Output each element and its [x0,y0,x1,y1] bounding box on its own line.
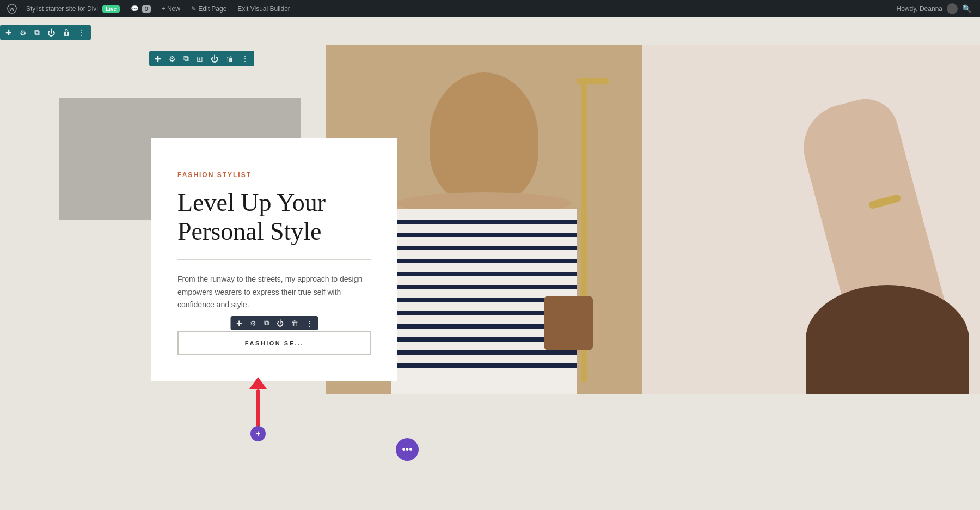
search-icon[interactable]: 🔍 [962,4,971,13]
section-delete-icon[interactable]: 🗑 [226,54,234,63]
add-module-plus[interactable]: + [250,426,266,441]
page-canvas: ✚ ⚙ ⧉ ⏻ 🗑 ⋮ ✚ ⚙ ⧉ ⊞ ⏻ 🗑 ⋮ [0,17,980,510]
site-name-item[interactable]: Stylist starter site for Divi Live [22,0,124,17]
stripe-2 [391,233,577,237]
avatar[interactable] [947,3,958,14]
hero-body: From the runway to the streets, my appro… [177,273,371,312]
module-add-icon[interactable]: ✚ [236,319,242,327]
module-duplicate-icon[interactable]: ⧉ [264,319,269,327]
exit-builder-item[interactable]: Exit Visual Builder [233,0,295,17]
wp-logo-icon[interactable]: W [4,0,20,17]
row-delete-icon[interactable]: 🗑 [63,28,70,37]
comment-icon: 💬 [131,5,139,13]
more-options-button[interactable]: ••• [396,438,419,461]
stripe-12 [391,363,577,368]
stripe-6 [391,285,577,289]
module-settings-icon[interactable]: ⚙ [250,319,256,327]
hero-card: FASHION STYLIST Level Up Your Personal S… [151,138,397,381]
row-settings-icon[interactable]: ⚙ [20,28,27,37]
row-power-icon[interactable]: ⏻ [47,28,55,37]
module-more-icon[interactable]: ⋮ [306,319,313,327]
hair-shape [806,285,969,394]
row-more-icon[interactable]: ⋮ [78,28,85,37]
edit-page-label: ✎ Edit Page [191,5,226,13]
new-label: + New [162,5,180,13]
section-more-icon[interactable]: ⋮ [241,54,249,63]
row-toolbar-main: ✚ ⚙ ⧉ ⏻ 🗑 ⋮ [0,25,91,40]
exit-builder-label: Exit Visual Builder [237,5,290,13]
stripe-4 [391,259,577,263]
bag-shape [544,296,593,350]
hat-shape [397,62,571,214]
comments-item[interactable]: 💬 0 [126,0,155,17]
arrow-indicator: + [249,377,267,441]
stripe-3 [391,246,577,250]
edit-page-item[interactable]: ✎ Edit Page [187,0,231,17]
cta-wrapper: ✚ ⚙ ⧉ ⏻ 🗑 ⋮ FASHION SE... [177,331,371,355]
cta-button[interactable]: FASHION SE... [177,331,371,355]
stripe-1 [391,220,577,224]
section-columns-icon[interactable]: ⊞ [197,54,203,63]
module-toolbar: ✚ ⚙ ⧉ ⏻ 🗑 ⋮ [231,316,318,330]
hat-crown [430,72,538,203]
stripe-11 [391,350,577,355]
admin-bar-right: Howdy, Deanna 🔍 [897,3,976,14]
right-image [642,45,980,394]
arrow-head [249,377,267,389]
row-duplicate-icon[interactable]: ⧉ [34,28,40,37]
svg-text:W: W [9,6,15,12]
admin-bar: W Stylist starter site for Divi Live 💬 0… [0,0,980,17]
section-power-icon[interactable]: ⏻ [211,54,218,63]
section-settings-icon[interactable]: ⚙ [169,54,176,63]
section-duplicate-icon[interactable]: ⧉ [183,54,189,63]
row-add-icon[interactable]: ✚ [5,28,12,37]
stripe-5 [391,272,577,276]
more-options-icon: ••• [402,444,413,456]
module-power-icon[interactable]: ⏻ [277,319,284,327]
hero-divider [177,259,371,260]
comment-count: 0 [142,5,151,13]
section-toolbar: ✚ ⚙ ⧉ ⊞ ⏻ 🗑 ⋮ [149,51,254,66]
live-badge: Live [102,5,120,13]
howdy-text: Howdy, Deanna [897,5,943,13]
hero-title: Level Up Your Personal Style [177,189,371,246]
new-item[interactable]: + New [157,0,185,17]
hero-eyebrow: FASHION STYLIST [177,171,371,179]
arrow-shaft [256,389,260,427]
site-name-text: Stylist starter site for Divi [26,5,98,13]
module-delete-icon[interactable]: 🗑 [291,319,298,327]
section-add-icon[interactable]: ✚ [155,54,161,63]
rack-pole-horizontal [577,78,609,84]
